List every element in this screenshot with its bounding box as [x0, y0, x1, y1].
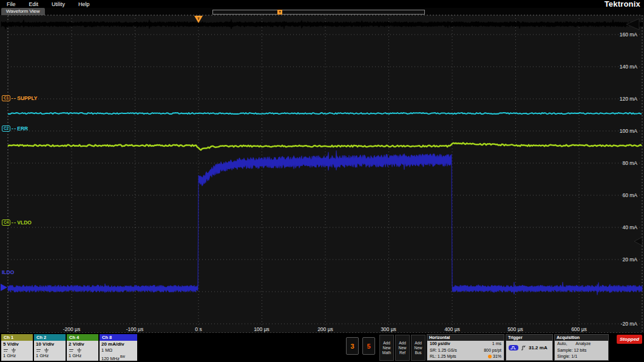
acquisition-panel[interactable]: Acquisition Auto, Analyze Sample: 12 bit… — [554, 334, 609, 361]
acquisition-single: Single: 1/1 — [557, 354, 577, 360]
trigger-title: Trigger — [506, 335, 552, 341]
waveform-display: T — [0, 0, 644, 362]
channel-card-title: Ch 1 — [1, 334, 33, 341]
channel-card-ch4[interactable]: Ch 42 V/div1 GHz — [67, 334, 98, 361]
ch2-err-trace — [8, 113, 642, 114]
rising-edge-icon — [521, 344, 526, 350]
add-button-line: Bus — [412, 350, 425, 355]
channel-scale: 10 V/div — [36, 341, 64, 347]
channel-bandwidth: 1 GHz — [69, 353, 97, 359]
horizontal-overview-bar[interactable]: T — [212, 10, 425, 15]
resolution: 800 ps/pt — [484, 347, 501, 354]
ch1-supply-trace — [1, 19, 643, 30]
add-button-line: Ref — [396, 350, 409, 355]
ch8-ground-marker[interactable] — [1, 284, 7, 291]
channel-impedance: 1 MΩ — [101, 347, 135, 354]
add-button-line: Add — [396, 341, 409, 345]
trigger-level-arrow[interactable] — [634, 237, 642, 246]
horizontal-panel[interactable]: Horizontal 100 µs/div 1 ms SR: 1.25 GS/s… — [427, 334, 504, 361]
sample-rate: SR: 1.25 GS/s — [430, 347, 457, 354]
add-new-bus-button[interactable]: AddNewBus — [411, 335, 425, 361]
acquisition-mode: Auto, — [557, 341, 567, 347]
channel-card-ch1[interactable]: Ch 15 V/div1 GHz — [1, 334, 33, 361]
add-new-math-button[interactable]: AddNewMath — [379, 335, 394, 361]
ground-icon — [44, 348, 49, 353]
ground-icon — [11, 348, 16, 353]
trigger-flag-label: T — [197, 17, 200, 21]
horizontal-position: 31% — [493, 354, 501, 360]
channel-scale: 20 mA/div — [101, 341, 135, 347]
acquisition-sample: Sample: 12 bits — [557, 347, 586, 354]
inactive-channel-3[interactable]: 3 — [346, 337, 359, 355]
position-icon — [488, 355, 492, 358]
channel-scale: 5 V/div — [3, 341, 31, 347]
coupling-icon — [3, 348, 8, 353]
bottom-bar: Ch 15 V/div1 GHzCh 210 V/div1 GHzCh 42 V… — [0, 333, 644, 362]
trigger-source-ch8-icon — [509, 345, 518, 350]
horizontal-window: 1 ms — [492, 341, 501, 347]
trigger-panel[interactable]: Trigger 31.2 mA — [506, 334, 553, 361]
channel-bandwidth: 1 GHz — [36, 353, 64, 359]
add-button-line: Add — [412, 341, 425, 345]
stopped-button[interactable]: Stopped — [617, 335, 642, 344]
ground-icon — [76, 348, 82, 353]
channel-card-title: Ch 8 — [100, 334, 137, 341]
channel-bandwidth: 120 MHzBW — [101, 354, 135, 362]
acquisition-analyze: Analyze — [575, 341, 591, 347]
horizontal-title: Horizontal — [427, 335, 504, 341]
minimap-trigger-marker[interactable]: T — [277, 10, 282, 15]
channel-position-arrow[interactable] — [626, 19, 639, 30]
record-length: RL: 1.25 Mpts — [430, 354, 456, 360]
ch4-vldo-trace — [8, 143, 642, 150]
add-button-line: New — [380, 346, 393, 350]
channel-card-ch8[interactable]: Ch 820 mA/div1 MΩ120 MHzBW — [100, 334, 137, 361]
bw-limit-badge: BW — [120, 355, 125, 358]
channel-bandwidth: 1 GHz — [3, 353, 31, 359]
add-new-ref-button[interactable]: AddNewRef — [395, 335, 410, 361]
add-button-line: New — [396, 346, 409, 350]
inactive-channel-5[interactable]: 5 — [362, 337, 375, 355]
add-button-line: Add — [380, 341, 393, 345]
add-button-line: New — [412, 346, 425, 350]
channel-card-title: Ch 4 — [67, 334, 98, 341]
add-button-line: Math — [380, 350, 393, 355]
trigger-level: 31.2 mA — [529, 345, 547, 350]
coupling-icon — [36, 348, 41, 353]
channel-card-title: Ch 2 — [34, 334, 66, 341]
horizontal-scale: 100 µs/div — [430, 341, 450, 347]
channel-card-ch2[interactable]: Ch 210 V/div1 GHz — [34, 334, 66, 361]
channel-scale: 2 V/div — [69, 341, 97, 347]
acquisition-title: Acquisition — [555, 335, 608, 341]
coupling-icon — [69, 348, 74, 353]
